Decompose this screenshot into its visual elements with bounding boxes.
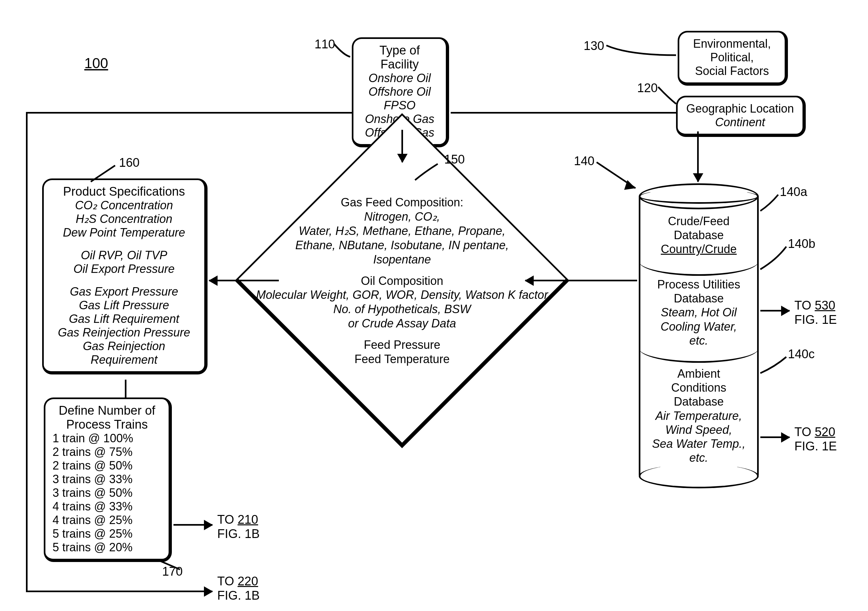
box-environmental-factors: Environmental, Political, Social Factors (678, 31, 788, 86)
db-b-sub1: Steam, Hot Oil (643, 305, 754, 319)
connector-160-to-170 (125, 379, 126, 398)
arrow-120-to-140 (697, 131, 699, 182)
db-b-sub2: Cooling Water, (643, 320, 754, 334)
arrow-110-to-150 (401, 130, 403, 162)
box-product-specifications: Product Specifications CO₂ Concentration… (42, 179, 208, 375)
box-130-line: Environmental, (687, 37, 778, 51)
diagram-canvas: 100 Type of Facility Onshore Oil Offshor… (0, 0, 868, 611)
box-160-title: Product Specifications (51, 185, 197, 199)
db-c-sub4: etc. (643, 451, 754, 465)
outlink-210: TO 210 FIG. 1B (217, 513, 260, 541)
box-170-title1: Define Number of (53, 404, 161, 418)
box-170-item: 2 trains @ 75% (53, 445, 161, 459)
box-170-title2: Process Trains (53, 418, 161, 432)
bus-left (26, 112, 352, 113)
bus-right (451, 112, 676, 113)
db-c-sub1: Air Temperature, (643, 409, 754, 423)
box-120-title: Geographic Location (685, 102, 795, 115)
db-c-title3: Database (643, 395, 754, 409)
database-cylinder: Crude/Feed Database Country/Crude Proces… (639, 196, 759, 475)
box-110-item: Onshore Oil (361, 72, 439, 85)
box-160-item: Dew Point Temperature (51, 226, 197, 239)
ref-140b: 140b (788, 237, 815, 251)
cylinder-bottom-cap (639, 464, 759, 488)
db-b-title2: Database (643, 291, 754, 305)
d150-g1-l3: Ethane, NButane, Isobutane, IN pentane, (213, 238, 591, 252)
box-170-item: 2 trains @ 50% (53, 459, 161, 473)
d150-g3-l1: Feed Pressure (213, 338, 591, 352)
ref-140c: 140c (788, 347, 814, 361)
box-160-item: Gas Reinjection Pressure (51, 326, 197, 339)
ref-130: 130 (584, 39, 604, 53)
db-c-title2: Conditions (643, 381, 754, 395)
box-170-item: 3 trains @ 33% (53, 473, 161, 486)
arrow-150-to-160 (209, 280, 279, 281)
ref-140: 140 (574, 154, 594, 168)
box-170-item: 4 trains @ 33% (53, 500, 161, 513)
db-b-title1: Process Utilities (643, 277, 754, 291)
outlink-220: TO 220 FIG. 1B (217, 574, 260, 603)
d150-g2-l3: or Crude Assay Data (213, 316, 591, 331)
d150-g3-l2: Feed Temperature (213, 352, 591, 366)
ref-160: 160 (119, 156, 140, 170)
db-c-sub3: Sea Water Temp., (643, 437, 754, 451)
box-130-line: Social Factors (687, 64, 778, 78)
box-160-item: Gas Reinjection Requirement (51, 339, 197, 367)
box-160-item: H₂S Concentration (51, 212, 197, 226)
ref-140a: 140a (780, 185, 808, 199)
db-b-sub3: etc. (643, 334, 754, 348)
figure-number: 100 (84, 55, 108, 72)
box-160-item: Gas Lift Pressure (51, 299, 197, 312)
box-170-item: 4 trains @ 25% (53, 513, 161, 527)
cylinder-top-inner (639, 189, 759, 204)
outlink-520: TO 520 FIG. 1E (794, 425, 837, 453)
box-160-item: Oil RVP, Oil TVP (51, 249, 197, 262)
svg-marker-0 (624, 180, 636, 190)
d150-g2-l2: No. of Hypotheticals, BSW (213, 302, 591, 316)
arrow-140c-to-520 (760, 437, 789, 438)
decision-feed-composition: Gas Feed Composition: Nitrogen, CO₂, Wat… (284, 162, 521, 399)
outlink-530: TO 530 FIG. 1E (794, 299, 837, 327)
db-c-title1: Ambient (643, 367, 754, 381)
db-a-title1: Crude/Feed (643, 214, 754, 228)
box-process-trains: Define Number of Process Trains 1 train … (44, 398, 172, 562)
box-110-item: FPSO (361, 99, 439, 112)
d150-g1-title: Gas Feed Composition: (213, 195, 591, 210)
box-160-item: Oil Export Pressure (51, 262, 197, 276)
arrow-bus-to-220 (26, 591, 212, 592)
arrow-140-to-150 (525, 280, 637, 281)
ref-170: 170 (162, 564, 183, 579)
db-a-sub: Country/Crude (643, 242, 754, 256)
box-110-title: Type of Facility (361, 44, 439, 72)
bus-left-drop (26, 112, 28, 592)
arrow-170-to-210 (174, 524, 212, 525)
db-c-sub2: Wind Speed, (643, 423, 754, 437)
box-160-item: CO₂ Concentration (51, 199, 197, 212)
cylinder-sep-1 (639, 261, 759, 276)
box-110-item: Offshore Oil (361, 85, 439, 99)
box-170-item: 5 trains @ 25% (53, 527, 161, 541)
d150-g1-l1: Nitrogen, CO₂, (213, 209, 591, 224)
ref-120: 120 (637, 81, 657, 95)
arrow-140b-to-530 (760, 310, 789, 311)
box-170-item: 5 trains @ 20% (53, 541, 161, 554)
d150-g2-l1: Molecular Weight, GOR, WOR, Density, Wat… (213, 288, 591, 302)
box-160-item: Gas Lift Requirement (51, 312, 197, 326)
box-170-item: 3 trains @ 50% (53, 486, 161, 500)
ref-150: 150 (444, 152, 465, 167)
d150-g1-l4: Isopentane (213, 252, 591, 266)
box-170-item: 1 train @ 100% (53, 432, 161, 445)
cylinder-sep-2 (639, 348, 759, 363)
box-geographic-location: Geographic Location Continent (676, 96, 806, 137)
d150-g1-l2: Water, H₂S, Methane, Ethane, Propane, (213, 224, 591, 238)
db-a-title2: Database (643, 228, 754, 242)
box-160-item: Gas Export Pressure (51, 285, 197, 299)
box-130-line: Political, (687, 51, 778, 64)
box-120-sub: Continent (685, 115, 795, 129)
ref-110: 110 (315, 37, 335, 51)
